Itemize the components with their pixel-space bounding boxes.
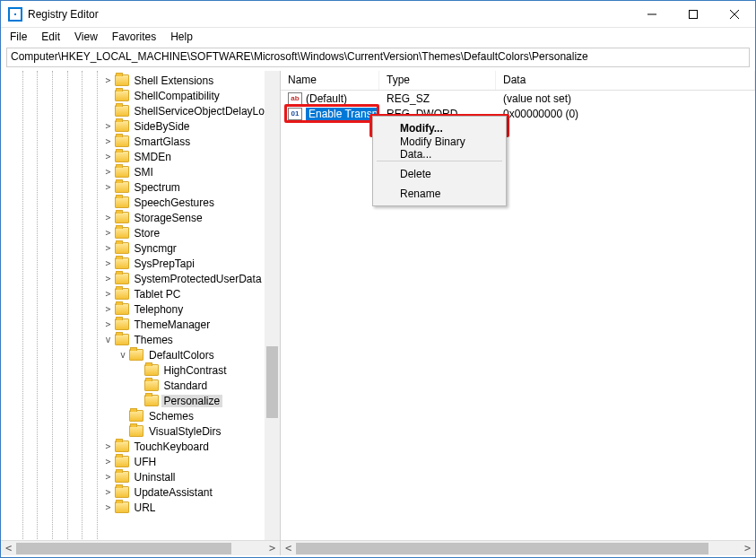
tree-item[interactable]: >SmartGlass: [3, 134, 280, 149]
menu-view[interactable]: View: [67, 29, 105, 45]
values-pane[interactable]: Name Type Data (Default)REG_SZ(value not…: [281, 71, 755, 555]
tree-item[interactable]: Schemes: [3, 408, 280, 423]
menu-item-rename[interactable]: Rename: [375, 184, 504, 204]
tree-item[interactable]: >TouchKeyboard: [3, 439, 280, 454]
expand-icon[interactable]: >: [103, 441, 114, 451]
tree-item[interactable]: >Shell Extensions: [3, 73, 280, 88]
tree-label: Standard: [161, 379, 211, 392]
expand-icon[interactable]: >: [103, 502, 114, 512]
tree-label: Themes: [132, 334, 176, 346]
expand-icon[interactable]: >: [103, 243, 114, 253]
tree-item[interactable]: Personalize: [3, 393, 280, 408]
column-name[interactable]: Name: [281, 71, 379, 90]
tree-item[interactable]: >URL: [3, 500, 280, 515]
menu-item-delete[interactable]: Delete: [375, 164, 504, 184]
folder-icon: [144, 395, 159, 406]
expand-icon[interactable]: >: [103, 136, 114, 146]
tree-item[interactable]: ShellServiceObjectDelayLoad: [3, 103, 280, 118]
value-row[interactable]: Enable TransparREG_DWORD0x00000000 (0): [281, 106, 755, 121]
expand-icon[interactable]: >: [103, 319, 114, 329]
tree-item[interactable]: >Telephony: [3, 301, 280, 317]
expand-icon[interactable]: >: [103, 121, 114, 131]
tree-item[interactable]: >SMI: [3, 164, 280, 179]
column-type[interactable]: Type: [379, 71, 496, 90]
expand-icon[interactable]: >: [103, 258, 114, 268]
folder-icon: [115, 471, 129, 483]
tree-label: Tablet PC: [132, 288, 184, 301]
tree-item[interactable]: VisualStyleDirs: [3, 423, 280, 439]
value-row[interactable]: (Default)REG_SZ(value not set): [281, 91, 755, 106]
expand-icon[interactable]: >: [103, 472, 114, 482]
expand-icon[interactable]: >: [103, 182, 114, 192]
expand-icon[interactable]: >: [103, 75, 114, 85]
tree-item[interactable]: >Store: [3, 225, 280, 240]
tree-item[interactable]: SpeechGestures: [3, 195, 280, 210]
tree-item[interactable]: >Tablet PC: [3, 286, 280, 301]
vertical-scrollbar[interactable]: [265, 71, 280, 540]
tree-item[interactable]: >StorageSense: [3, 210, 280, 225]
list-horizontal-scrollbar[interactable]: < >: [281, 540, 755, 555]
collapse-icon[interactable]: v: [117, 350, 128, 360]
tree-label: URL: [132, 501, 159, 514]
tree-item[interactable]: >SMDEn: [3, 149, 280, 164]
tree-label: SideBySide: [132, 120, 193, 133]
tree-label: Shell Extensions: [132, 74, 217, 87]
tree-label: VisualStyleDirs: [146, 425, 223, 438]
folder-icon: [115, 151, 129, 162]
tree-item[interactable]: >Syncmgr: [3, 240, 280, 256]
tree-label: UpdateAssistant: [132, 486, 215, 499]
tree-label: Schemes: [146, 410, 196, 423]
tree-item[interactable]: >UFH: [3, 454, 280, 469]
scroll-left-icon[interactable]: <: [1, 541, 16, 556]
tree-pane[interactable]: >Shell ExtensionsShellCompatibilityShell…: [1, 71, 281, 555]
folder-icon: [115, 166, 129, 178]
expand-icon[interactable]: >: [103, 152, 114, 161]
menu-favorites[interactable]: Favorites: [105, 29, 163, 45]
menu-edit[interactable]: Edit: [34, 29, 67, 45]
menu-item-modify-binary[interactable]: Modify Binary Data...: [375, 138, 504, 158]
tree-label: Spectrum: [132, 181, 183, 194]
tree-item[interactable]: >SideBySide: [3, 118, 280, 134]
menu-file[interactable]: File: [3, 29, 34, 45]
scroll-right-icon[interactable]: >: [740, 541, 755, 556]
folder-icon: [115, 105, 129, 117]
minimize-button[interactable]: [631, 1, 673, 27]
tree-label: TouchKeyboard: [132, 440, 212, 453]
scroll-right-icon[interactable]: >: [265, 541, 280, 556]
address-bar[interactable]: Computer\HKEY_LOCAL_MACHINE\SOFTWARE\Mic…: [6, 48, 750, 67]
close-button[interactable]: [714, 1, 755, 27]
tree-item[interactable]: >Spectrum: [3, 179, 280, 195]
tree-item[interactable]: vDefaultColors: [3, 347, 280, 362]
folder-icon: [115, 303, 129, 315]
tree-item[interactable]: >UpdateAssistant: [3, 484, 280, 500]
folder-icon: [144, 379, 159, 391]
expand-icon[interactable]: >: [103, 213, 114, 222]
collapse-icon[interactable]: v: [103, 335, 114, 344]
menu-help[interactable]: Help: [163, 29, 200, 45]
tree-item[interactable]: >ThemeManager: [3, 317, 280, 332]
folder-icon: [115, 257, 129, 269]
folder-icon: [129, 349, 143, 361]
tree-item[interactable]: >SysPrepTapi: [3, 256, 280, 271]
tree-horizontal-scrollbar[interactable]: < >: [1, 540, 280, 555]
tree-item[interactable]: ShellCompatibility: [3, 88, 280, 103]
tree-item[interactable]: >SystemProtectedUserData: [3, 271, 280, 286]
expand-icon[interactable]: >: [103, 487, 114, 497]
tree-label: SMDEn: [132, 151, 174, 163]
expand-icon[interactable]: >: [103, 304, 114, 314]
context-menu: Modify... Modify Binary Data... Delete R…: [372, 116, 507, 206]
tree-label: DefaultColors: [146, 349, 217, 362]
tree-item[interactable]: >Uninstall: [3, 469, 280, 484]
tree-item[interactable]: HighContrast: [3, 362, 280, 378]
expand-icon[interactable]: >: [103, 289, 114, 299]
expand-icon[interactable]: >: [103, 274, 114, 283]
expand-icon[interactable]: >: [103, 167, 114, 177]
tree-item[interactable]: Standard: [3, 378, 280, 393]
tree-item[interactable]: vThemes: [3, 332, 280, 347]
column-data[interactable]: Data: [496, 71, 755, 90]
folder-icon: [115, 196, 129, 208]
scroll-left-icon[interactable]: <: [281, 541, 296, 556]
expand-icon[interactable]: >: [103, 228, 114, 238]
expand-icon[interactable]: >: [103, 457, 114, 466]
maximize-button[interactable]: [673, 1, 714, 27]
